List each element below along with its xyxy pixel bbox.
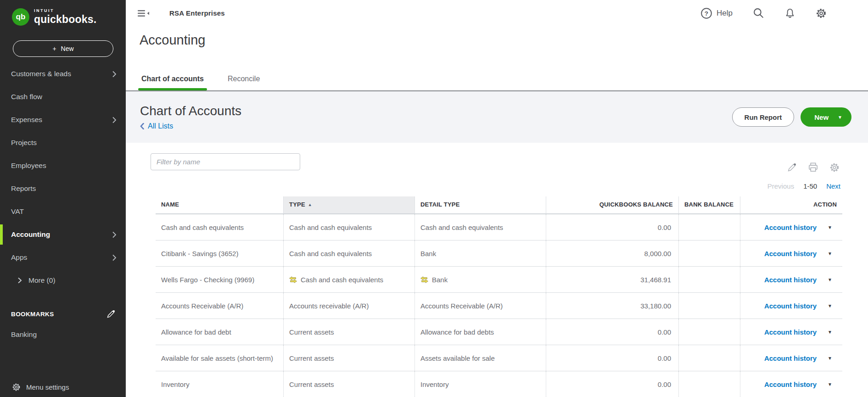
sidebar-item-label: Apps [11,253,112,262]
pagination-next[interactable]: Next [826,182,840,190]
cell-name: Citibank - Savings (3652) [156,240,283,266]
tab-reconcile[interactable]: Reconcile [226,75,262,90]
cell-type: Current assets [283,319,414,345]
sidebar-item-apps[interactable]: Apps [0,246,126,269]
account-history-link[interactable]: Account history [764,380,817,388]
help-button[interactable]: ? Help [700,7,733,19]
cell-bank-balance [678,293,740,319]
sidebar-item-label: Expenses [11,116,112,124]
run-report-button[interactable]: Run Report [732,107,795,127]
cell-detail-type-text: Assets available for sale [420,354,495,362]
edit-pencil-icon[interactable] [787,162,797,172]
sidebar-item-customers-leads[interactable]: Customers & leads [0,62,126,85]
caret-down-icon[interactable]: ▼ [828,330,832,335]
account-history-link[interactable]: Account history [764,276,817,284]
sidebar-item-accounting[interactable]: Accounting [0,223,126,246]
sidebar-item-label: Projects [11,139,112,147]
cell-name: Wells Fargo - Checking (9969) [156,267,283,292]
caret-down-icon[interactable]: ▼ [828,251,832,256]
cell-action: Account history ▼ [740,214,842,240]
caret-down-icon[interactable]: ▼ [828,303,832,308]
cell-action: Account history ▼ [740,267,842,292]
cell-type: Current assets [283,371,414,397]
table-row: Wells Fargo - Checking (9969) Cash and c… [156,267,842,293]
bookmarks-edit-pencil-icon[interactable] [106,309,116,319]
all-lists-link[interactable]: All Lists [140,122,241,130]
cell-bank-balance [678,319,740,345]
sidebar-item-expenses[interactable]: Expenses [0,108,126,131]
chevron-right-icon [112,71,117,78]
svg-text:?: ? [705,10,708,17]
new-account-button[interactable]: New ▼ [801,107,851,127]
column-header-type[interactable]: TYPE▲ [283,196,414,213]
cell-detail-type: Inventory [414,371,546,397]
cell-detail-type-text: Cash and cash equivalents [420,224,503,231]
cell-type: Cash and cash equivalents [283,240,414,266]
caret-down-icon[interactable]: ▼ [828,356,832,361]
caret-down-icon[interactable]: ▼ [828,277,832,282]
account-history-link[interactable]: Account history [764,224,817,231]
caret-down-icon[interactable]: ▼ [828,382,832,387]
print-icon[interactable] [808,162,818,173]
sidebar-item-employees[interactable]: Employees [0,154,126,177]
account-history-link[interactable]: Account history [764,250,817,257]
menu-settings[interactable]: Menu settings [12,383,69,391]
sidebar-item-projects[interactable]: Projects [0,131,126,154]
cell-detail-type: Allowance for bad debts [414,319,546,345]
chevron-right-icon [112,117,117,123]
filter-by-name-input[interactable] [151,153,300,170]
cell-type-text: Current assets [289,328,334,336]
column-header-quickbooks-balance[interactable]: QUICKBOOKS BALANCE [546,196,678,213]
sidebar-item-label: More (0) [28,276,112,285]
account-history-link[interactable]: Account history [764,354,817,362]
cell-type: Cash and cash equivalents [283,267,414,292]
avatar[interactable]: R [847,6,862,21]
cell-quickbooks-balance: 0.00 [546,345,678,371]
cell-quickbooks-balance: 31,468.91 [546,267,678,292]
cell-bank-balance [678,240,740,266]
section-title: Chart of Accounts [140,104,241,118]
cell-quickbooks-balance: 33,180.00 [546,293,678,319]
new-button-sidebar[interactable]: + New [13,40,113,57]
search-icon[interactable] [753,7,764,19]
chevron-right-icon [112,254,117,261]
caret-down-icon[interactable]: ▼ [828,225,832,230]
bookmark-item-banking[interactable]: Banking [0,323,126,346]
column-header-name[interactable]: NAME [156,196,283,213]
table-tools [787,162,840,173]
sidebar-item-vat[interactable]: VAT [0,200,126,223]
sidebar-item-more-0[interactable]: More (0) [0,269,126,292]
column-header-bank-balance[interactable]: BANK BALANCE [678,196,740,213]
sidebar-item-cash-flow[interactable]: Cash flow [0,85,126,108]
tab-chart-of-accounts[interactable]: Chart of accounts [140,75,206,90]
table-row: Available for sale assets (short-term) C… [156,345,842,371]
quickbooks-wordmark: quickbooks. [34,13,96,26]
cell-name: Inventory [156,371,283,397]
chevron-right-icon [112,231,117,238]
cell-detail-type: Accounts Receivable (A/R) [414,293,546,319]
settings-gear-icon[interactable] [816,8,827,19]
cell-bank-balance [678,371,740,397]
column-header-detail-type[interactable]: DETAIL TYPE [414,196,546,213]
collapse-sidebar-icon[interactable] [138,8,150,18]
cell-detail-type: Bank [414,240,546,266]
company-name: RSA Enterprises [169,9,225,17]
cell-detail-type: Cash and cash equivalents [414,214,546,240]
notifications-bell-icon[interactable] [784,8,795,19]
cell-type-text: Cash and cash equivalents [301,276,383,284]
cell-name: Cash and cash equivalents [156,214,283,240]
cell-quickbooks-balance: 0.00 [546,371,678,397]
cell-action: Account history ▼ [740,345,842,371]
cell-bank-balance [678,214,740,240]
help-icon: ? [700,7,712,19]
sidebar-item-reports[interactable]: Reports [0,177,126,200]
sidebar-item-label: Customers & leads [11,70,112,78]
pagination-range[interactable]: 1-50 [803,182,817,190]
account-history-link[interactable]: Account history [764,328,817,336]
cell-bank-balance [678,345,740,371]
tab-bar: Chart of accounts Reconcile [126,57,868,91]
sidebar-item-label: Cash flow [11,93,112,101]
cell-action: Account history ▼ [740,319,842,345]
table-settings-gear-icon[interactable] [829,162,840,173]
account-history-link[interactable]: Account history [764,302,817,310]
